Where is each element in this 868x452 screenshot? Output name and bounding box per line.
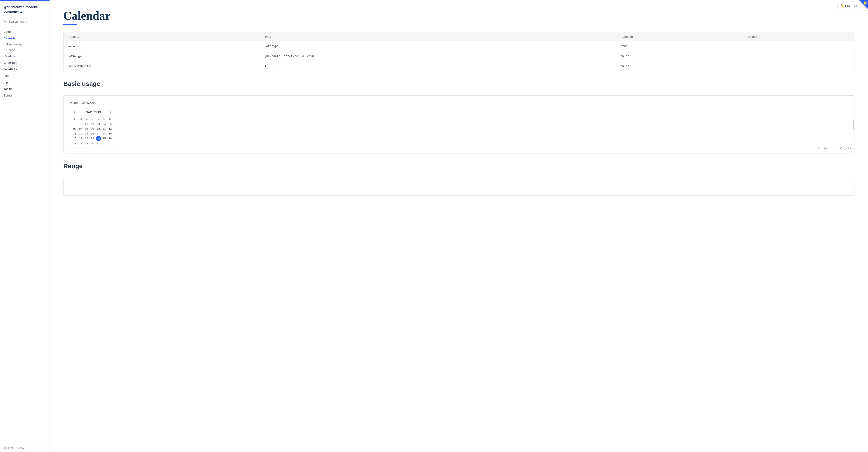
sidebar-item-select[interactable]: Select: [0, 92, 50, 99]
calendar-day-empty: [72, 122, 78, 126]
table-row: onChange(nextdate: datetype) => voidfals…: [64, 51, 855, 61]
calendar-day[interactable]: 04: [101, 122, 107, 126]
calendar-day[interactable]: 22: [84, 136, 89, 141]
notification-icon: 🔔: [863, 1, 867, 4]
sidebar-navigation: Button Calendar Basic usage Range Readme…: [0, 26, 50, 443]
calendar-next-btn[interactable]: >: [108, 110, 113, 114]
table-cell-type: Datetype: [260, 41, 616, 51]
demo-content-range: [64, 178, 854, 189]
search-input[interactable]: [8, 20, 46, 23]
calendar-day[interactable]: 16: [90, 131, 95, 136]
delete-icon[interactable]: ⬚: [830, 145, 836, 152]
sidebar-logo: @dbenfouzari/modern-components: [0, 1, 50, 17]
table-cell-default: -: [743, 51, 855, 61]
refresh-icon[interactable]: ↺: [814, 145, 821, 152]
calendar-weekday: S: [101, 117, 107, 121]
table-cell-type: (nextdate: datetype) => void: [260, 51, 616, 61]
demo-scroll-handle: [853, 120, 854, 129]
calendar-day[interactable]: 05: [107, 122, 113, 126]
calendar-day[interactable]: 01: [84, 122, 89, 126]
col-type: Type: [260, 32, 616, 41]
built-with-label: Built with: [4, 446, 14, 449]
sidebar-item-icon[interactable]: Icon: [0, 72, 50, 79]
calendar-day[interactable]: 17: [96, 131, 101, 136]
sidebar-item-checkbox[interactable]: Checkbox: [0, 59, 50, 66]
calendar-day[interactable]: 12: [107, 127, 113, 131]
table-cell-default: -: [743, 41, 855, 51]
demo-toolbar: ↺⚙⬚⤢</>: [812, 143, 854, 153]
value-display: Value : 24/01/2019: [70, 101, 848, 105]
calendar-weekday: J: [90, 117, 95, 121]
sidebar-footer: Built with 📄docz: [0, 443, 50, 452]
calendar-weekday: M: [78, 117, 84, 121]
section-title-range: Range: [63, 162, 855, 170]
calendar-day[interactable]: 27: [72, 141, 78, 146]
props-table: Property Type Required Default valueDate…: [63, 32, 855, 71]
calendar-day[interactable]: 09: [90, 127, 95, 131]
code-icon[interactable]: </>: [845, 145, 851, 152]
table-cell-required: false: [616, 61, 743, 71]
calendar-day[interactable]: 25: [101, 136, 107, 141]
calendar-month-year: Janvier 2019: [84, 110, 101, 114]
settings-icon[interactable]: ⚙: [822, 145, 829, 152]
sidebar: @dbenfouzari/modern-components 🔍 Button …: [0, 0, 50, 452]
sidebar-item-datepicker[interactable]: DatePicker: [0, 66, 50, 72]
sidebar-subitem-range[interactable]: Range: [0, 47, 50, 53]
sidebar-item-readme[interactable]: Readme: [0, 53, 50, 59]
table-cell-required: true: [616, 41, 743, 51]
sidebar-item-input[interactable]: Input: [0, 79, 50, 86]
calendar-grid: LMMJVSD 01020304050607080910111213141516…: [70, 116, 115, 148]
sidebar-item-calendar[interactable]: Calendar: [0, 35, 50, 41]
section-title-basic-usage: Basic usage: [63, 80, 855, 88]
calendar-day[interactable]: 07: [78, 127, 84, 131]
calendar-day[interactable]: 28: [78, 141, 84, 146]
calendar-day[interactable]: 21: [78, 136, 84, 141]
demo-content: Value : 24/01/2019 < Janvier 2019 > LMMJ…: [64, 96, 854, 153]
table-cell-property: numberOfMonths: [64, 61, 260, 71]
calendar-day[interactable]: 15: [84, 131, 89, 136]
table-cell-required: false: [616, 51, 743, 61]
table-cell-property: onChange: [64, 51, 260, 61]
sidebar-item-tooltip[interactable]: Tooltip: [0, 86, 50, 92]
table-row: valueDatetypetrue-: [64, 41, 855, 51]
section-divider-range: [63, 173, 855, 173]
calendar-day[interactable]: 08: [84, 127, 89, 131]
page-title: Calendar: [63, 9, 855, 22]
calendar-day[interactable]: 18: [101, 131, 107, 136]
calendar-day[interactable]: 11: [101, 127, 107, 131]
calendar-day[interactable]: 30: [90, 141, 95, 146]
col-required: Required: [616, 32, 743, 41]
calendar-day[interactable]: 14: [78, 131, 84, 136]
table-cell-type: 1 | 2 | 3: [260, 61, 616, 71]
calendar-day[interactable]: 13: [72, 131, 78, 136]
calendar-prev-btn[interactable]: <: [72, 110, 76, 114]
demo-box-basic: Value : 24/01/2019 < Janvier 2019 > LMMJ…: [63, 95, 855, 154]
sidebar-item-button[interactable]: Button: [0, 29, 50, 35]
calendar-day-selected[interactable]: 24: [96, 136, 101, 141]
calendar-day[interactable]: 10: [96, 127, 101, 131]
docz-icon: 📄docz: [16, 446, 24, 449]
table-row: numberOfMonths1 | 2 | 3false-: [64, 61, 855, 71]
calendar-weekdays: LMMJVSD: [72, 117, 113, 121]
calendar-header: < Janvier 2019 >: [70, 108, 115, 116]
calendar-day[interactable]: 19: [107, 131, 113, 136]
calendar-day[interactable]: 20: [72, 136, 78, 141]
calendar-day[interactable]: 03: [96, 122, 101, 126]
props-table-header-row: Property Type Required Default: [64, 32, 855, 41]
expand-icon[interactable]: ⤢: [837, 145, 844, 152]
sidebar-search: 🔍: [0, 17, 50, 26]
search-icon: 🔍: [3, 20, 7, 23]
calendar-widget: < Janvier 2019 > LMMJVSD 010203040506070…: [70, 108, 115, 148]
calendar-day[interactable]: 02: [90, 122, 95, 126]
calendar-day[interactable]: 29: [84, 141, 89, 146]
section-divider-basic: [63, 91, 855, 91]
calendar-day[interactable]: 23: [90, 136, 95, 141]
calendar-day[interactable]: 31: [96, 141, 101, 146]
demo-box-range: [63, 177, 855, 196]
table-cell-property: value: [64, 41, 260, 51]
sidebar-subitem-basic-usage[interactable]: Basic usage: [0, 41, 50, 47]
calendar-days: 0102030405060708091011121314151617181920…: [72, 122, 113, 146]
calendar-weekday: M: [84, 117, 90, 121]
calendar-day[interactable]: 26: [107, 136, 113, 141]
calendar-day[interactable]: 06: [72, 127, 78, 131]
